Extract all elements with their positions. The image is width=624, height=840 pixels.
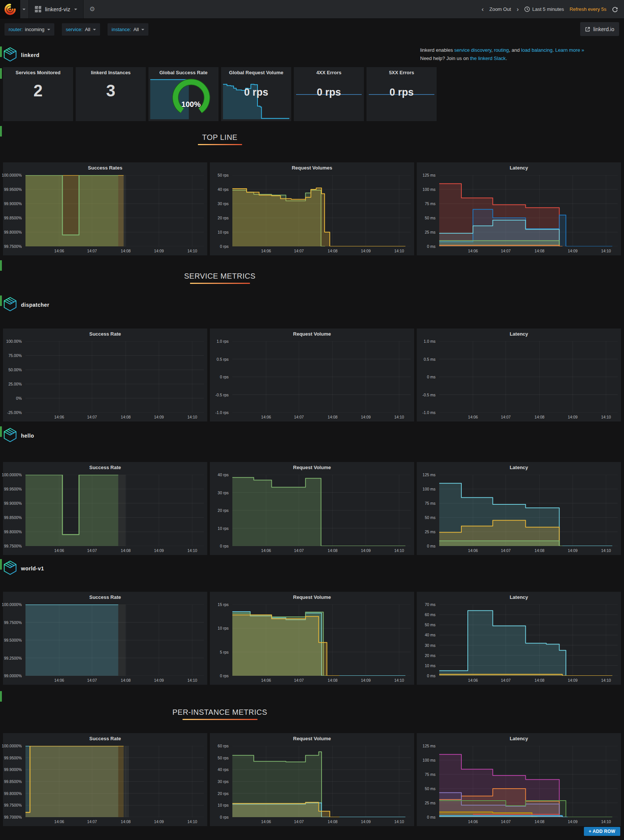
refresh-interval-picker[interactable]: Refresh every 5s	[570, 6, 606, 12]
plot-area[interactable]	[25, 175, 204, 246]
service-filter-dropdown[interactable]: service: All	[62, 23, 100, 36]
plot-area[interactable]	[439, 605, 618, 676]
dashboard-picker[interactable]: linkerd-viz	[28, 0, 83, 19]
y-axis-label: 75 ms	[425, 772, 436, 777]
x-axis-label: 14:08	[120, 415, 130, 419]
panel-title[interactable]: Success Rate	[3, 733, 207, 741]
plot-area[interactable]	[25, 605, 204, 676]
row-collapse-handle[interactable]	[0, 691, 2, 702]
y-axis-label: 50 ms	[425, 515, 436, 520]
routing-link[interactable]: routing	[494, 47, 509, 53]
plot-area[interactable]	[439, 475, 618, 546]
time-shift-back-button[interactable]: ‹	[482, 6, 484, 12]
row-world-v1-header: world-v1	[3, 558, 621, 579]
panel-title[interactable]: Request Volume	[210, 592, 414, 600]
x-axis-label: 14:07	[501, 819, 510, 824]
plot-area[interactable]	[232, 341, 411, 413]
panel-title[interactable]: Request Volume	[210, 462, 414, 470]
y-axis-label: 100 ms	[423, 187, 436, 192]
x-axis-label: 14:06	[261, 415, 271, 419]
panel-title[interactable]: Global Success Rate	[148, 67, 218, 75]
x-axis-label: 14:09	[568, 548, 578, 553]
router-filter-dropdown[interactable]: router: incoming	[5, 23, 54, 36]
panel-title[interactable]: 4XX Errors	[294, 67, 364, 75]
panel-title[interactable]: Request Volume	[210, 328, 414, 337]
panel-dispatcher-latency: Latency 1.0 ms0.5 ms0 ms-0.5 ms-1.0 ms14…	[417, 328, 621, 421]
panel-title[interactable]: Latency	[417, 592, 621, 600]
plot-area[interactable]	[25, 746, 204, 817]
refresh-button[interactable]	[612, 6, 618, 12]
x-axis-label: 14:06	[468, 249, 478, 253]
x-axis-label: 14:06	[261, 819, 271, 824]
row-collapse-handle[interactable]	[0, 46, 2, 57]
plot-area[interactable]	[232, 746, 411, 817]
panel-hello-success-rate: Success Rate 100.0000%99.9500%99.9000%99…	[3, 462, 207, 555]
chevron-down-icon	[74, 9, 77, 10]
zoom-out-button[interactable]: Zoom Out	[490, 6, 511, 12]
panel-title[interactable]: Request Volume	[210, 733, 414, 741]
main-menu-caret[interactable]	[20, 0, 28, 19]
plot-area[interactable]	[439, 746, 618, 817]
plot-area[interactable]	[232, 605, 411, 676]
panel-title[interactable]: Services Monitored	[3, 67, 73, 75]
row-collapse-handle[interactable]	[0, 559, 2, 569]
y-axis-label: 0 rps	[220, 544, 229, 548]
router-filter-label: router:	[9, 26, 23, 32]
row-collapse-handle[interactable]	[0, 260, 2, 271]
y-axis-label: 0%	[16, 396, 22, 401]
y-axis-label: 60 rps	[218, 744, 229, 748]
time-range-picker[interactable]: Last 5 minutes	[524, 6, 564, 12]
x-axis-label: 14:06	[468, 678, 478, 682]
row-collapse-handle[interactable]	[0, 426, 2, 437]
x-axis-label: 14:09	[568, 819, 578, 824]
instance-filter-dropdown[interactable]: instance: All	[108, 23, 149, 36]
panel-title[interactable]: Global Request Volume	[221, 67, 291, 75]
plot-area[interactable]	[439, 341, 618, 413]
linkerd-intro-text: linkerd enables service discovery, routi…	[420, 46, 619, 63]
row-linkerd-header: linkerd linkerd enables service discover…	[3, 45, 621, 65]
linkerd-io-link[interactable]: linkerd.io	[580, 22, 619, 36]
row-collapse-handle[interactable]	[0, 126, 2, 136]
x-axis-label: 14:10	[187, 819, 197, 824]
panel-title[interactable]: 5XX Errors	[366, 67, 437, 75]
stat-value: 0 rps	[294, 87, 364, 98]
plot-area[interactable]	[232, 175, 411, 246]
y-axis-label: 0 ms	[427, 673, 436, 678]
plot-area[interactable]	[25, 341, 204, 413]
panel-title[interactable]: Latency	[417, 162, 621, 171]
plot-area[interactable]	[25, 475, 204, 546]
dashboard-settings-button[interactable]: ⚙	[83, 0, 101, 19]
panel-title[interactable]: Request Volumes	[210, 162, 414, 171]
panel-title[interactable]: Latency	[417, 328, 621, 337]
plot-area[interactable]	[439, 175, 618, 246]
y-axis-label: 100.00%	[6, 339, 22, 343]
panel-title[interactable]: Success Rate	[3, 462, 207, 470]
add-row-button[interactable]: + ADD ROW	[584, 827, 620, 836]
panel-title[interactable]: Success Rates	[3, 162, 207, 171]
row-collapse-handle[interactable]	[0, 295, 2, 306]
row-collapse-handle[interactable]	[0, 68, 2, 79]
panel-title[interactable]: Latency	[417, 462, 621, 470]
linkerd-logo-icon	[3, 560, 17, 577]
panel-per-instance-request-volume: Request Volume 60 rps50 rps40 rps30 rps2…	[210, 733, 414, 826]
refresh-icon	[612, 6, 618, 12]
gauge-value: 100%	[170, 100, 212, 109]
linkerd-slack-link[interactable]: the linkerd Slack	[470, 56, 505, 61]
panel-title[interactable]: Success Rate	[3, 328, 207, 337]
panel-title[interactable]: Success Rate	[3, 592, 207, 600]
plot-area[interactable]	[232, 475, 411, 546]
y-axis-label: 10 ms	[425, 664, 436, 668]
panel-title[interactable]: Latency	[417, 733, 621, 741]
grafana-logo[interactable]	[0, 0, 20, 19]
x-axis-label: 14:08	[327, 548, 337, 553]
y-axis-label: 50 rps	[218, 173, 229, 177]
section-underline	[190, 283, 250, 284]
load-balancing-link[interactable]: load balancing	[521, 47, 552, 53]
learn-more-link[interactable]: Learn more »	[555, 47, 584, 53]
linkerd-logo-icon	[3, 47, 17, 63]
panel-title[interactable]: linkerd Instances	[76, 67, 146, 75]
service-discovery-link[interactable]: service discovery	[454, 47, 491, 53]
x-axis-label: 14:09	[154, 819, 164, 824]
y-axis-label: 50 ms	[425, 786, 436, 791]
time-shift-forward-button[interactable]: ›	[517, 6, 519, 12]
